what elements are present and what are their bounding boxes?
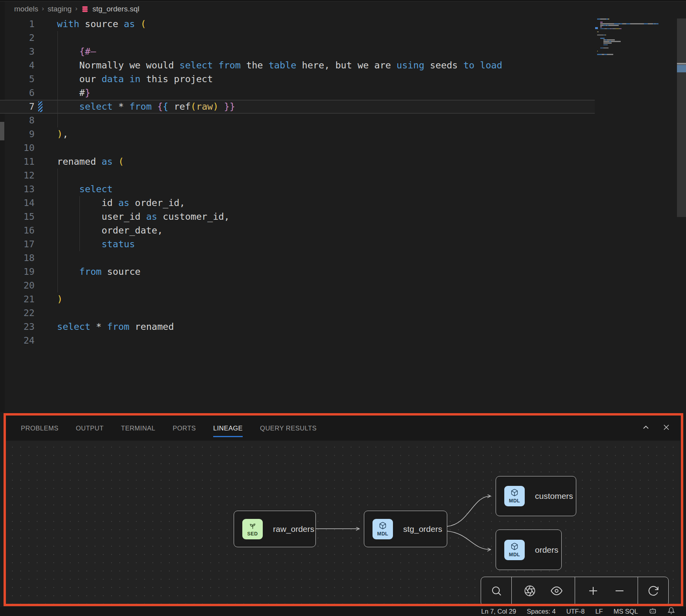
copilot-button[interactable]	[649, 607, 657, 616]
zoom-out-button[interactable]	[611, 583, 628, 600]
minimap-token	[644, 23, 648, 24]
breadcrumb-item-models[interactable]: models	[14, 5, 38, 13]
code-token: in	[129, 74, 140, 85]
lineage-node-orders[interactable]: MDL orders	[496, 530, 562, 570]
lineage-node-customers[interactable]: MDL customers	[496, 476, 576, 516]
lineage-node-stg_orders[interactable]: MDL stg_orders	[364, 511, 447, 547]
toolbar-group	[511, 577, 575, 606]
eye-button[interactable]	[548, 583, 565, 600]
minimap-token	[600, 18, 607, 20]
zoom-in-button[interactable]	[585, 583, 602, 600]
code-line-14[interactable]: 14 id as order_id,	[0, 196, 595, 210]
tab-terminal[interactable]: TERMINAL	[121, 416, 155, 441]
code-line-21[interactable]: 21)	[0, 292, 595, 306]
tab-problems[interactable]: PROBLEMS	[21, 416, 59, 441]
code-line-16[interactable]: 16 order_date,	[0, 224, 595, 237]
close-panel-button[interactable]	[661, 423, 671, 433]
scrollbar-slider[interactable]	[677, 65, 686, 72]
code-line-24[interactable]: 24	[0, 334, 595, 348]
code-token: load	[480, 60, 502, 71]
seed-badge: SED	[242, 519, 263, 539]
tab-ports[interactable]: PORTS	[173, 416, 196, 441]
status-ln-7-col-29[interactable]: Ln 7, Col 29	[481, 608, 516, 615]
line-number: 18	[0, 251, 35, 265]
indent-guide	[57, 31, 58, 45]
node-label: customers	[535, 491, 573, 501]
code-token: as	[124, 18, 135, 29]
vscode-window: models › staging › stg_orders.sql 1with …	[0, 0, 686, 616]
line-number: 5	[0, 72, 35, 86]
code-token: #	[57, 87, 85, 98]
code-line-18[interactable]: 18	[0, 251, 595, 265]
search-button[interactable]	[488, 583, 505, 600]
database-icon	[81, 5, 89, 13]
lineage-node-raw_orders[interactable]: SED raw_orders	[234, 511, 316, 547]
code-token: as	[118, 197, 129, 208]
code-line-1[interactable]: 1with source as (	[0, 17, 595, 31]
line-number: 14	[0, 196, 35, 210]
code-line-20[interactable]: 20	[0, 279, 595, 292]
minimap-line	[597, 22, 665, 23]
cube-icon	[511, 542, 518, 552]
indent-guide	[57, 86, 58, 100]
toolbar-group	[481, 577, 511, 606]
code-line-5[interactable]: 5 our data in this project	[0, 72, 595, 86]
code-line-19[interactable]: 19 from source	[0, 265, 595, 279]
minimap-token	[607, 39, 615, 40]
minimap-line	[597, 20, 665, 21]
code-line-2[interactable]: 2	[0, 31, 595, 45]
minimap[interactable]	[597, 18, 665, 62]
minimap-token	[598, 31, 599, 33]
minimap-line	[597, 52, 665, 53]
breadcrumb-item-staging[interactable]: staging	[48, 5, 72, 13]
status-ms-sql[interactable]: MS SQL	[614, 608, 638, 615]
code-token: ,	[63, 129, 68, 140]
code-line-4[interactable]: 4 Normally we would select from the tabl…	[0, 59, 595, 72]
indent-guide	[79, 210, 80, 224]
code-line-7[interactable]: 7 select * from {{ ref(raw) }}	[0, 100, 595, 114]
code-line-17[interactable]: 17 status	[0, 237, 595, 251]
lineage-canvas[interactable]: SED raw_orders MDL stg_orders	[6, 441, 680, 604]
refresh-button[interactable]	[645, 583, 662, 600]
editor-scrollbar[interactable]	[677, 18, 686, 217]
code-line-6[interactable]: 6 #}	[0, 86, 595, 100]
notifications-button[interactable]	[668, 607, 675, 616]
toolbar-group	[638, 577, 668, 606]
minimap-token	[630, 23, 644, 24]
line-number: 7	[0, 100, 35, 114]
minimap-token	[603, 25, 607, 26]
minimap-line	[597, 46, 665, 47]
minimap-token	[622, 23, 626, 24]
code-line-12[interactable]: 12	[0, 169, 595, 182]
code-line-22[interactable]: 22	[0, 306, 595, 320]
code-line-13[interactable]: 13 select	[0, 182, 595, 196]
code-line-11[interactable]: 11renamed as (	[0, 155, 595, 169]
status-utf-8[interactable]: UTF-8	[566, 608, 585, 615]
code-token: ref	[168, 101, 191, 112]
code-line-8[interactable]: 8	[0, 114, 595, 127]
minimap-line	[597, 23, 665, 24]
code-line-9[interactable]: 9),	[0, 127, 595, 141]
refresh-icon	[647, 585, 659, 598]
status-spaces-4[interactable]: Spaces: 4	[527, 608, 555, 615]
code-line-10[interactable]: 10	[0, 141, 595, 155]
tab-query-results[interactable]: QUERY RESULTS	[260, 416, 317, 441]
tab-output[interactable]: OUTPUT	[76, 416, 104, 441]
minimap-token	[648, 23, 653, 24]
code-line-15[interactable]: 15 user_id as customer_id,	[0, 210, 595, 224]
code-line-3[interactable]: 3 {#–	[0, 45, 595, 59]
breadcrumb-item-filename[interactable]: stg_orders.sql	[92, 5, 139, 13]
maximize-panel-button[interactable]	[641, 423, 651, 433]
zoom-in-icon	[587, 585, 599, 598]
minimap-token	[603, 42, 612, 44]
node-label: stg_orders	[403, 524, 442, 534]
code-line-23[interactable]: 23select * from renamed	[0, 320, 595, 334]
code-token: seeds	[424, 60, 463, 71]
line-number: 11	[0, 155, 35, 169]
status-lf[interactable]: LF	[595, 608, 603, 615]
aperture-button[interactable]	[521, 583, 538, 600]
code-token: }	[85, 87, 90, 98]
edge-stg_orders-orders	[447, 531, 491, 550]
tab-lineage[interactable]: LINEAGE	[213, 416, 243, 441]
code-token	[124, 74, 129, 85]
